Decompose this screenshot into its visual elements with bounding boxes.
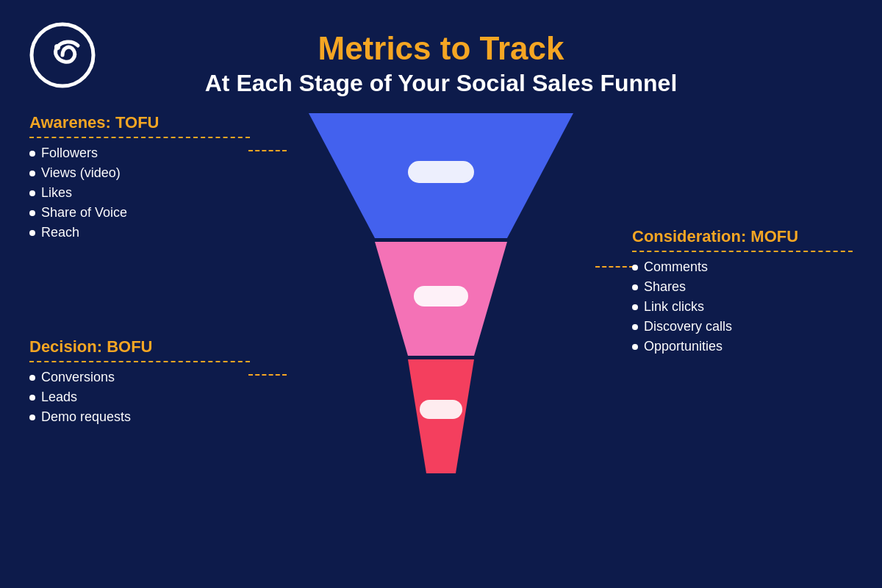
title-main: Metrics to Track [205,29,678,68]
bullet-icon [29,395,35,401]
bullet-icon [29,415,35,420]
mofu-label: Consideration: MOFU [632,227,853,252]
main-content: Awarenes: TOFU Followers Views (video) L… [0,113,882,588]
logo [29,22,96,88]
funnel-svg [287,113,595,481]
metric-text: Comments [644,259,708,275]
mofu-panel: Consideration: MOFU Comments Shares Link… [632,227,853,359]
bofu-panel: Decision: BOFU Conversions Leads Demo re… [29,337,250,429]
bullet-icon [29,151,35,157]
dashed-line-tofu [248,150,287,151]
title-sub: At Each Stage of Your Social Sales Funne… [205,68,678,99]
metric-text: Opportunities [644,339,723,354]
bullet-icon [29,230,35,236]
bofu-label: Decision: BOFU [29,337,250,362]
metric-text: Reach [41,225,79,240]
bullet-icon [632,344,638,350]
svg-rect-6 [414,286,468,306]
metric-text: Leads [41,390,77,405]
bullet-icon [29,190,35,196]
metric-text: Followers [41,146,98,161]
svg-point-1 [54,44,60,50]
list-item: Shares [632,279,853,295]
funnel-container [287,113,595,481]
tofu-panel: Awarenes: TOFU Followers Views (video) L… [29,113,250,245]
metric-text: Views (video) [41,165,121,181]
bullet-icon [29,210,35,216]
page-container: Metrics to Track At Each Stage of Your S… [0,0,882,588]
list-item: Leads [29,390,250,405]
bullet-icon [29,375,35,381]
metric-text: Demo requests [41,409,131,425]
bullet-icon [632,265,638,270]
metric-text: Link clicks [644,299,704,315]
list-item: Opportunities [632,339,853,354]
tofu-metrics-list: Followers Views (video) Likes Share of V… [29,146,250,240]
dashed-line-mofu [595,266,634,268]
list-item: Link clicks [632,299,853,315]
list-item: Demo requests [29,409,250,425]
metric-text: Conversions [41,370,115,385]
svg-rect-4 [408,161,474,183]
tofu-label: Awarenes: TOFU [29,113,250,138]
list-item: Reach [29,225,250,240]
header: Metrics to Track At Each Stage of Your S… [205,0,678,98]
bullet-icon [632,284,638,290]
bullet-icon [632,324,638,330]
svg-rect-8 [420,400,462,419]
dashed-line-bofu [248,374,287,376]
list-item: Share of Voice [29,205,250,220]
list-item: Followers [29,146,250,161]
bullet-icon [632,304,638,310]
list-item: Discovery calls [632,319,853,334]
bullet-icon [29,171,35,176]
metric-text: Discovery calls [644,319,732,334]
list-item: Conversions [29,370,250,385]
metric-text: Shares [644,279,686,295]
list-item: Likes [29,185,250,201]
metric-text: Likes [41,185,72,201]
metric-text: Share of Voice [41,205,127,220]
mofu-metrics-list: Comments Shares Link clicks Discovery ca… [632,259,853,354]
bofu-metrics-list: Conversions Leads Demo requests [29,370,250,425]
list-item: Views (video) [29,165,250,181]
list-item: Comments [632,259,853,275]
